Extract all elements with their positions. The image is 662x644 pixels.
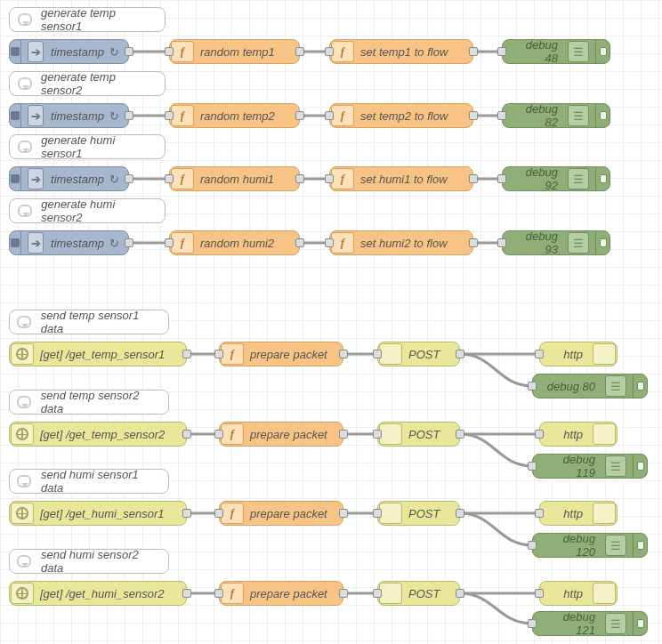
- debug-icon: ☰: [605, 455, 626, 477]
- globe-icon: [11, 343, 34, 365]
- inject-button[interactable]: [10, 104, 21, 127]
- node-label: random temp2: [200, 109, 275, 123]
- node-label: http: [551, 348, 586, 361]
- function-node[interactable]: f set temp2 to flow: [329, 103, 473, 128]
- inject-node[interactable]: ➔ timestamp ↻: [9, 230, 129, 255]
- http-response-node[interactable]: http: [539, 342, 618, 366]
- debug-node[interactable]: debug 93 ☰: [502, 230, 610, 255]
- globe-icon: [11, 583, 34, 604]
- debug-toggle[interactable]: [633, 612, 647, 635]
- node-label: random humi2: [200, 237, 274, 250]
- node-label: POST: [408, 587, 440, 600]
- function-node[interactable]: f random temp1: [169, 39, 300, 64]
- comment-node[interactable]: generate humi sensor2: [9, 198, 166, 223]
- http-request-node[interactable]: POST: [377, 501, 460, 526]
- debug-toggle[interactable]: [633, 455, 647, 478]
- repeat-icon: ↻: [109, 173, 119, 186]
- node-label: debug 80: [544, 380, 599, 393]
- comment-icon: [13, 551, 36, 571]
- node-label: timestamp: [49, 45, 104, 59]
- node-label: debug 48: [513, 38, 561, 65]
- comment-node[interactable]: send temp sensor2 data: [9, 390, 169, 415]
- debug-toggle[interactable]: [633, 374, 647, 398]
- globe-icon: [11, 503, 34, 524]
- http-in-node[interactable]: [get] /get_humi_sensor1: [9, 501, 187, 526]
- node-label: random temp1: [200, 45, 275, 59]
- comment-node[interactable]: send temp sensor1 data: [9, 310, 169, 334]
- debug-toggle[interactable]: [595, 40, 610, 63]
- node-label: random humi1: [200, 173, 274, 186]
- comment-node[interactable]: generate temp sensor2: [9, 71, 166, 96]
- debug-toggle[interactable]: [595, 231, 610, 254]
- node-label: debug 93: [513, 229, 561, 256]
- node-label: debug 121: [544, 610, 599, 637]
- debug-node[interactable]: debug 120 ☰: [532, 533, 648, 558]
- http-in-node[interactable]: [get] /get_temp_sensor1: [9, 342, 187, 366]
- node-label: set humi2 to flow: [360, 237, 448, 250]
- comment-label: generate temp sensor1: [41, 6, 156, 33]
- debug-node[interactable]: debug 82 ☰: [502, 103, 610, 128]
- inject-button[interactable]: [10, 231, 21, 254]
- comment-label: send temp sensor2 data: [41, 389, 159, 415]
- http-request-node[interactable]: POST: [377, 342, 460, 366]
- function-icon: f: [171, 168, 194, 189]
- http-response-node[interactable]: http: [539, 581, 618, 606]
- node-label: http: [551, 587, 586, 600]
- node-label: timestamp: [49, 109, 104, 123]
- http-in-node[interactable]: [get] /get_humi_sensor2: [9, 581, 187, 606]
- debug-node[interactable]: debug 48 ☰: [502, 39, 610, 64]
- function-node[interactable]: f random humi1: [169, 166, 300, 191]
- node-label: POST: [408, 507, 440, 520]
- debug-node[interactable]: debug 119 ☰: [532, 454, 648, 479]
- http-response-node[interactable]: http: [539, 422, 618, 447]
- comment-icon: [13, 137, 36, 157]
- node-label: prepare packet: [250, 428, 327, 441]
- globe-icon: [593, 423, 616, 445]
- debug-toggle[interactable]: [595, 104, 610, 127]
- node-label: timestamp: [49, 237, 104, 250]
- function-node[interactable]: f set humi1 to flow: [329, 166, 473, 191]
- node-label: [get] /get_temp_sensor2: [40, 428, 165, 441]
- function-node[interactable]: f set temp1 to flow: [329, 39, 473, 64]
- http-in-node[interactable]: [get] /get_temp_sensor2: [9, 422, 187, 447]
- function-node[interactable]: f random humi2: [169, 230, 300, 255]
- function-icon: f: [171, 41, 194, 62]
- inject-icon: ➔: [28, 232, 44, 254]
- node-label: prepare packet: [250, 507, 327, 520]
- http-request-node[interactable]: POST: [377, 581, 460, 606]
- function-node[interactable]: f prepare packet: [219, 342, 343, 366]
- inject-button[interactable]: [10, 167, 21, 190]
- function-node[interactable]: f prepare packet: [219, 422, 343, 447]
- function-node[interactable]: f prepare packet: [219, 581, 343, 606]
- comment-node[interactable]: generate temp sensor1: [9, 7, 166, 32]
- http-request-node[interactable]: POST: [377, 422, 460, 447]
- globe-icon: [379, 423, 402, 445]
- repeat-icon: ↻: [109, 237, 119, 250]
- inject-button[interactable]: [10, 40, 21, 63]
- node-label: debug 82: [513, 102, 561, 129]
- debug-toggle[interactable]: [633, 534, 647, 557]
- function-node[interactable]: f prepare packet: [219, 501, 343, 526]
- inject-node[interactable]: ➔ timestamp ↻: [9, 166, 129, 191]
- function-icon: f: [221, 423, 244, 445]
- debug-icon: ☰: [568, 41, 589, 62]
- node-label: http: [551, 428, 586, 441]
- debug-toggle[interactable]: [595, 167, 610, 190]
- inject-node[interactable]: ➔ timestamp ↻: [9, 39, 129, 64]
- comment-icon: [13, 10, 36, 29]
- globe-icon: [379, 343, 402, 365]
- function-node[interactable]: f random temp2: [169, 103, 300, 128]
- http-response-node[interactable]: http: [539, 501, 618, 526]
- globe-icon: [593, 583, 616, 604]
- debug-node[interactable]: debug 80 ☰: [532, 374, 648, 398]
- function-node[interactable]: f set humi2 to flow: [329, 230, 473, 255]
- function-icon: f: [331, 105, 354, 126]
- node-label: debug 92: [513, 165, 561, 192]
- comment-label: generate temp sensor2: [41, 70, 156, 97]
- comment-node[interactable]: send humi sensor1 data: [9, 469, 169, 494]
- debug-node[interactable]: debug 121 ☰: [532, 611, 648, 636]
- inject-node[interactable]: ➔ timestamp ↻: [9, 103, 129, 128]
- comment-node[interactable]: send humi sensor2 data: [9, 549, 169, 574]
- comment-node[interactable]: generate humi sensor1: [9, 134, 166, 159]
- debug-node[interactable]: debug 92 ☰: [502, 166, 610, 191]
